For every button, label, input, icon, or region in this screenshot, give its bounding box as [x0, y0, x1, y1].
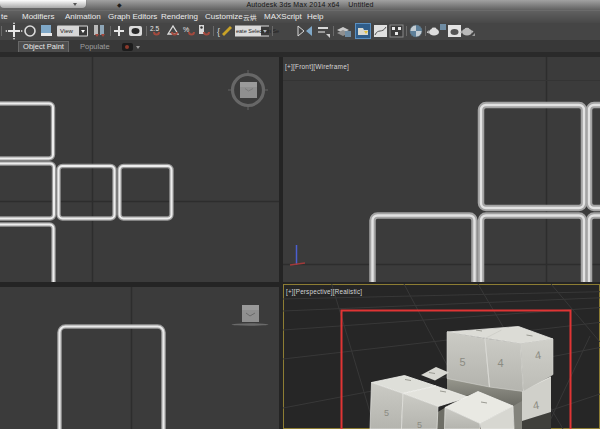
svg-text:2.5: 2.5 — [150, 25, 159, 32]
svg-text:5: 5 — [417, 420, 422, 429]
svg-text:View: View — [60, 28, 74, 34]
svg-text:5: 5 — [384, 408, 389, 418]
svg-text:%: % — [183, 26, 189, 33]
svg-text:{: { — [217, 27, 220, 37]
svg-text:5: 5 — [460, 356, 466, 368]
svg-text:4: 4 — [498, 357, 504, 369]
